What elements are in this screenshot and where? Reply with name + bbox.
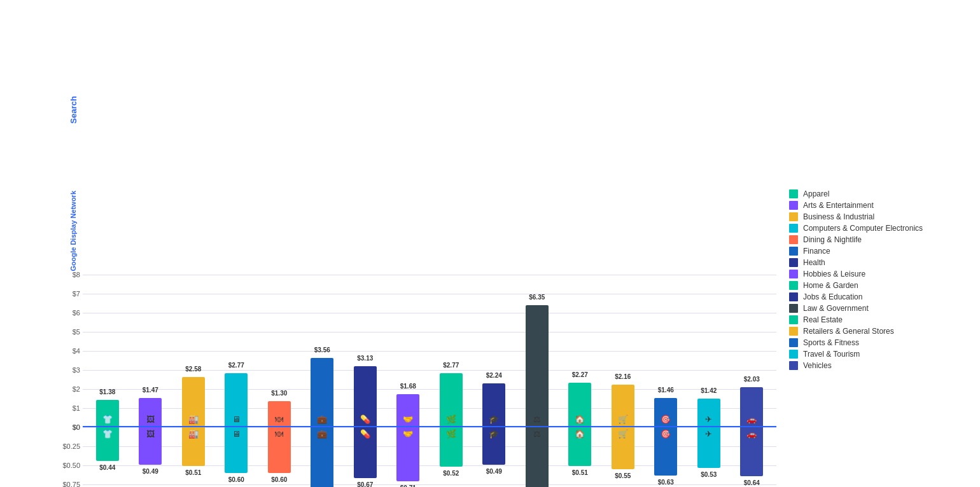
legend-item-8: Home & Garden bbox=[789, 281, 961, 290]
display-bar-hobbies: 🤝$0.71 bbox=[396, 427, 419, 481]
bar-vehicles: $2.03🚗 bbox=[740, 387, 763, 426]
bar-sports: $1.46🎯 bbox=[654, 398, 677, 426]
legend-color-14 bbox=[789, 350, 798, 359]
bar-computers: $2.77🖥 bbox=[225, 373, 248, 426]
display-bar-travel: ✈$0.53 bbox=[697, 427, 720, 468]
y-axis-display-label: Google Display Network bbox=[69, 191, 78, 271]
legend-item-10: Law & Government bbox=[789, 304, 961, 313]
legend-label-15: Vehicles bbox=[803, 361, 832, 370]
legend-label-3: Computers & Computer Electronics bbox=[803, 224, 923, 233]
bar-hobbies: $1.68🤝 bbox=[396, 394, 419, 426]
legend-item-13: Sports & Fitness bbox=[789, 338, 961, 347]
legend-label-0: Apparel bbox=[803, 189, 829, 198]
display-bar-retailers: 🛒$0.55 bbox=[612, 427, 634, 469]
legend-color-9 bbox=[789, 292, 798, 301]
bar-jobs: $2.24🎓 bbox=[482, 383, 505, 426]
legend-item-11: Real Estate bbox=[789, 315, 961, 324]
display-bar-jobs: 🎓$0.49 bbox=[482, 427, 505, 465]
legend-label-7: Hobbies & Leisure bbox=[803, 270, 865, 278]
legend-label-5: Finance bbox=[803, 247, 830, 256]
y-axis-search-label: Search bbox=[69, 96, 78, 123]
display-bar-home: 🌿$0.52 bbox=[440, 427, 463, 467]
display-bar-finance: 💼$0.81 bbox=[311, 427, 333, 487]
legend-item-1: Arts & Entertainment bbox=[789, 201, 961, 210]
legend-label-4: Dining & Nightlife bbox=[803, 235, 862, 244]
legend-color-15 bbox=[789, 361, 798, 370]
legend-color-11 bbox=[789, 315, 798, 324]
bar-law: $6.35⚖ bbox=[526, 305, 549, 427]
legend-item-9: Jobs & Education bbox=[789, 292, 961, 301]
bar-health: $3.13💊 bbox=[354, 366, 377, 426]
bar-apparel: $1.38👕 bbox=[96, 400, 119, 426]
legend-color-3 bbox=[789, 224, 798, 233]
legend-label-14: Travel & Tourism bbox=[803, 350, 860, 359]
display-bar-arts: 🖼$0.49 bbox=[139, 427, 162, 465]
legend-label-9: Jobs & Education bbox=[803, 292, 862, 301]
bar-travel: $1.42✈ bbox=[697, 399, 720, 426]
chart-canvas: $8$7$6$5$4$3$2$1$0$1.38👕$1.47🖼$2.58🏭$2.7… bbox=[83, 31, 776, 487]
legend-color-7 bbox=[789, 270, 798, 278]
legend-color-6 bbox=[789, 258, 798, 267]
display-bar-realestate: 🏠$0.51 bbox=[568, 427, 591, 466]
display-bar-health: 💊$0.67 bbox=[354, 427, 377, 478]
legend-item-12: Retailers & General Stores bbox=[789, 327, 961, 336]
legend-item-5: Finance bbox=[789, 247, 961, 256]
bar-retailers: $2.16🛒 bbox=[612, 385, 634, 426]
display-bar-sports: 🎯$0.63 bbox=[654, 427, 677, 476]
legend: ApparelArts & EntertainmentBusiness & In… bbox=[776, 31, 961, 487]
legend-label-2: Business & Industrial bbox=[803, 212, 874, 221]
display-bar-law: ⚖$0.81 bbox=[526, 427, 549, 487]
legend-label-10: Law & Government bbox=[803, 304, 869, 313]
bar-home: $2.77🌿 bbox=[440, 373, 463, 426]
bar-realestate: $2.27🏠 bbox=[568, 383, 591, 426]
display-bar-apparel: 👕$0.44 bbox=[96, 427, 119, 461]
legend-color-13 bbox=[789, 338, 798, 347]
legend-item-0: Apparel bbox=[789, 189, 961, 198]
page: Search Google Display Network $8$7$6$5$4… bbox=[0, 0, 980, 487]
display-bar-vehicles: 🚗$0.64 bbox=[740, 427, 763, 476]
legend-label-13: Sports & Fitness bbox=[803, 338, 859, 347]
legend-color-12 bbox=[789, 327, 798, 336]
legend-color-4 bbox=[789, 235, 798, 244]
legend-label-11: Real Estate bbox=[803, 315, 843, 324]
legend-item-6: Health bbox=[789, 258, 961, 267]
display-bar-dining: 🍽$0.60 bbox=[268, 427, 291, 473]
legend-item-2: Business & Industrial bbox=[789, 212, 961, 221]
bar-business: $2.58🏭 bbox=[182, 377, 205, 426]
bar-dining: $1.30🍽 bbox=[268, 401, 291, 426]
bar-arts: $1.47🖼 bbox=[139, 398, 162, 426]
legend-item-15: Vehicles bbox=[789, 361, 961, 370]
legend-item-4: Dining & Nightlife bbox=[789, 235, 961, 244]
legend-color-2 bbox=[789, 212, 798, 221]
legend-item-7: Hobbies & Leisure bbox=[789, 270, 961, 278]
legend-color-8 bbox=[789, 281, 798, 290]
bar-finance: $3.56💼 bbox=[311, 358, 333, 426]
chart-area: Search Google Display Network $8$7$6$5$4… bbox=[19, 31, 961, 487]
legend-item-3: Computers & Computer Electronics bbox=[789, 224, 961, 233]
legend-label-1: Arts & Entertainment bbox=[803, 201, 874, 210]
legend-item-14: Travel & Tourism bbox=[789, 350, 961, 359]
display-bar-business: 🏭$0.51 bbox=[182, 427, 205, 466]
legend-color-5 bbox=[789, 247, 798, 256]
legend-label-12: Retailers & General Stores bbox=[803, 327, 894, 336]
legend-label-8: Home & Garden bbox=[803, 281, 858, 290]
legend-color-10 bbox=[789, 304, 798, 313]
legend-color-1 bbox=[789, 201, 798, 210]
legend-color-0 bbox=[789, 189, 798, 198]
display-bar-computers: 🖥$0.60 bbox=[225, 427, 248, 473]
legend-label-6: Health bbox=[803, 258, 825, 267]
